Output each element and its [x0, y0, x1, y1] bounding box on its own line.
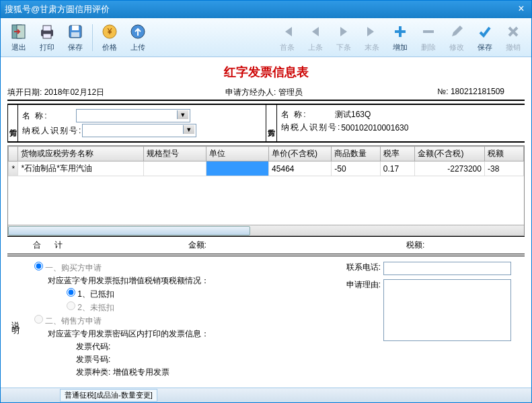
separator — [92, 24, 93, 51]
col-header[interactable]: 单价(不含税) — [269, 147, 332, 161]
price-button[interactable]: ¥ 价格 — [96, 22, 124, 52]
print-button[interactable]: 打印 — [33, 22, 61, 52]
save-button[interactable]: 保存 — [61, 22, 89, 52]
exit-icon — [9, 22, 28, 41]
minus-icon — [419, 22, 438, 41]
next-icon — [334, 22, 353, 41]
exit-button[interactable]: 退出 — [5, 22, 33, 52]
seller-taxid-combo[interactable] — [82, 124, 196, 137]
add-button[interactable]: 增加 — [386, 22, 414, 52]
buyer-heading: 购货方 — [266, 105, 277, 141]
edit-icon — [447, 22, 466, 41]
cancel-icon — [504, 22, 523, 41]
window-title: 搜狐号@甘肃方圆信用评价 — [5, 3, 110, 15]
upload-button[interactable]: 上传 — [124, 22, 152, 52]
contact-phone-input[interactable] — [383, 262, 511, 275]
delete-button[interactable]: 删除 — [414, 22, 443, 52]
col-header[interactable]: 税额 — [484, 147, 523, 161]
last-icon — [363, 22, 381, 41]
applicant: 管理员 — [278, 87, 303, 97]
invoice-type: 增值税专用发票 — [113, 367, 169, 377]
floppy-icon — [66, 22, 85, 41]
save2-button[interactable]: 保存 — [471, 22, 499, 52]
col-header[interactable]: 税率 — [380, 147, 415, 161]
seller-apply-radio — [34, 315, 43, 324]
upload-icon — [128, 22, 147, 41]
printer-icon — [38, 22, 56, 41]
buyer-name: 测试163Q — [335, 109, 371, 120]
header-info: 填开日期: 2018年02月12日 申请方经办人: 管理员 №: 1802121… — [7, 85, 525, 101]
col-header[interactable]: 金额(不含税) — [415, 147, 485, 161]
col-header[interactable]: 单位 — [206, 147, 268, 161]
status-chip: 普通征税[成品油-数量变更] — [60, 389, 157, 402]
svg-rect-7 — [71, 32, 79, 37]
price-icon: ¥ — [100, 22, 119, 41]
page-title: 红字发票信息表 — [7, 64, 525, 80]
col-header[interactable]: 货物或应税劳务名称 — [18, 147, 143, 161]
statusbar: 普通征税[成品油-数量变更] — [1, 388, 531, 402]
prev-icon — [306, 22, 325, 41]
first-button[interactable]: 首条 — [273, 22, 301, 52]
svg-rect-6 — [72, 26, 79, 30]
modify-button[interactable]: 修改 — [443, 22, 471, 52]
table-row[interactable]: **石油制品*车用汽油45464-500.17-2273200-38 — [9, 161, 524, 176]
seller-heading: 销货方 — [7, 105, 18, 141]
next-button[interactable]: 下条 — [330, 22, 358, 52]
buyer-taxid: 500102010001630 — [341, 123, 408, 133]
buyer-apply-radio[interactable] — [34, 262, 43, 270]
cancel-button[interactable]: 撤销 — [499, 22, 527, 52]
doc-number: 180212181509 — [451, 87, 504, 96]
notes-heading: 说明 — [7, 256, 22, 383]
col-header[interactable]: 规格型号 — [143, 147, 206, 161]
close-icon[interactable]: × — [515, 3, 527, 15]
check-icon — [476, 22, 494, 41]
apply-reason-textarea[interactable] — [383, 279, 511, 341]
not-deducted-radio — [67, 301, 75, 310]
deducted-radio[interactable] — [67, 288, 75, 297]
issue-date: 2018年02月12日 — [44, 87, 104, 97]
plus-icon — [391, 22, 410, 41]
titlebar: 搜狐号@甘肃方圆信用评价 × — [1, 1, 531, 18]
last-button[interactable]: 末条 — [358, 22, 386, 52]
invoice-no-label: 发票号码: — [76, 354, 518, 365]
svg-rect-3 — [43, 26, 51, 31]
svg-rect-4 — [43, 34, 51, 38]
first-icon — [278, 22, 297, 41]
items-table[interactable]: 货物或应税劳务名称规格型号单位单价(不含税)商品数量税率金额(不含税)税额 **… — [7, 145, 525, 236]
horizontal-scrollbar[interactable] — [8, 225, 524, 235]
col-header[interactable]: 商品数量 — [332, 147, 380, 161]
total-row: 合计 金额: 税额: — [7, 236, 525, 254]
seller-name-combo[interactable] — [76, 109, 190, 122]
svg-text:¥: ¥ — [107, 27, 112, 36]
prev-button[interactable]: 上条 — [301, 22, 330, 52]
toolbar: 退出 打印 保存 ¥ 价格 上传 首条 上条 下条 末条 增加 删除 修改 保存… — [1, 18, 531, 57]
